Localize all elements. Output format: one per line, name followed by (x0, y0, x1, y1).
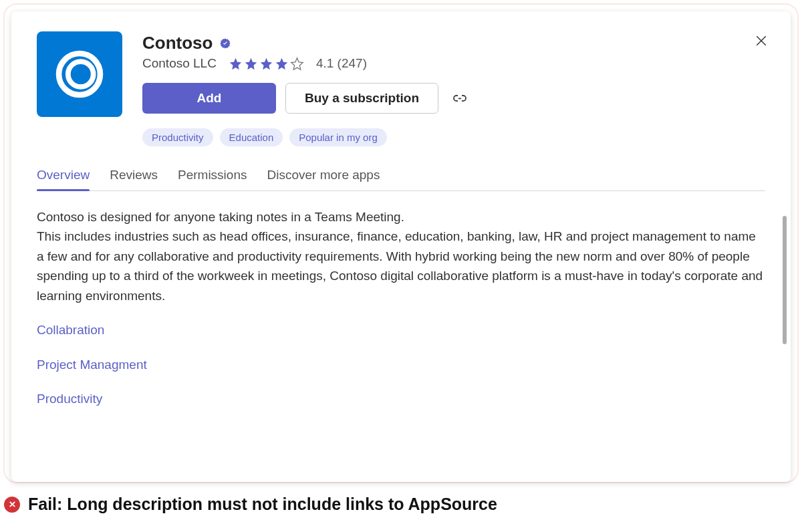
tab-discover[interactable]: Discover more apps (267, 168, 380, 190)
guideline-frame: Contoso Contoso LLC 4.1 (247) (3, 3, 799, 483)
publisher-name: Contoso LLC (142, 56, 217, 71)
link-productivity[interactable]: Productivity (37, 389, 765, 408)
tab-permissions[interactable]: Permissions (178, 168, 247, 190)
star-filled-icon (244, 57, 258, 71)
tab-reviews[interactable]: Reviews (110, 168, 158, 190)
tab-overview[interactable]: Overview (37, 168, 90, 190)
scrollbar-thumb[interactable] (783, 216, 787, 344)
guideline-footer: Fail: Long description must not include … (4, 495, 497, 514)
rating-text: 4.1 (247) (316, 56, 367, 71)
add-button[interactable]: Add (142, 83, 276, 114)
link-icon (452, 90, 468, 106)
description-body: This includes industries such as head of… (37, 227, 765, 305)
chip-education[interactable]: Education (220, 128, 283, 146)
description-line1: Contoso is designed for anyone taking no… (37, 207, 765, 227)
star-filled-icon (229, 57, 243, 71)
detail-tabs: Overview Reviews Permissions Discover mo… (37, 168, 765, 191)
app-detail-card: Contoso Contoso LLC 4.1 (247) (11, 11, 791, 482)
title-row: Contoso (142, 33, 765, 53)
meta-row: Contoso LLC 4.1 (247) (142, 56, 765, 71)
chip-popular[interactable]: Popular in my org (289, 128, 387, 146)
app-title: Contoso (142, 33, 213, 53)
action-buttons: Add Buy a subscription (142, 83, 765, 114)
app-logo (37, 31, 122, 117)
category-chips: Productivity Education Popular in my org (142, 128, 765, 146)
star-rating (229, 57, 304, 71)
description-links: Collabration Project Managment Productiv… (37, 320, 765, 408)
contoso-logo-icon (51, 45, 108, 103)
app-header: Contoso Contoso LLC 4.1 (247) (37, 31, 765, 146)
svg-point-3 (68, 61, 94, 87)
star-filled-icon (259, 57, 273, 71)
close-icon (755, 35, 767, 47)
x-icon (8, 500, 17, 509)
app-header-info: Contoso Contoso LLC 4.1 (247) (142, 31, 765, 146)
close-button[interactable] (752, 31, 771, 50)
verified-badge-icon (219, 37, 231, 49)
buy-subscription-button[interactable]: Buy a subscription (285, 83, 438, 114)
star-filled-icon (275, 57, 289, 71)
copy-link-button[interactable] (448, 86, 472, 110)
fail-icon (4, 497, 20, 513)
link-project-management[interactable]: Project Managment (37, 355, 765, 374)
star-empty-icon (290, 57, 304, 71)
link-collaboration[interactable]: Collabration (37, 320, 765, 340)
overview-content: Contoso is designed for anyone taking no… (37, 207, 765, 409)
chip-productivity[interactable]: Productivity (142, 128, 213, 146)
guideline-text: Fail: Long description must not include … (28, 495, 497, 514)
